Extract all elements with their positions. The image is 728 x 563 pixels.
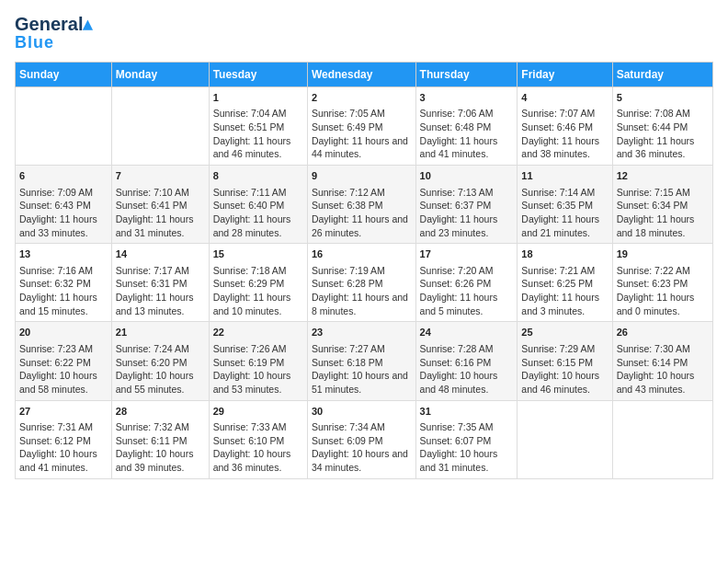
calendar-cell: 8Sunrise: 7:11 AM Sunset: 6:40 PM Daylig… bbox=[209, 166, 307, 244]
day-content: Sunrise: 7:09 AM Sunset: 6:43 PM Dayligh… bbox=[19, 186, 108, 240]
day-content: Sunrise: 7:24 AM Sunset: 6:20 PM Dayligh… bbox=[116, 342, 205, 396]
calendar-cell: 11Sunrise: 7:14 AM Sunset: 6:35 PM Dayli… bbox=[518, 166, 612, 244]
calendar-cell: 28Sunrise: 7:32 AM Sunset: 6:11 PM Dayli… bbox=[111, 400, 209, 478]
calendar-cell: 15Sunrise: 7:18 AM Sunset: 6:29 PM Dayli… bbox=[209, 244, 307, 322]
day-content: Sunrise: 7:20 AM Sunset: 6:26 PM Dayligh… bbox=[420, 264, 514, 318]
calendar-cell: 31Sunrise: 7:35 AM Sunset: 6:07 PM Dayli… bbox=[415, 400, 518, 478]
day-content: Sunrise: 7:08 AM Sunset: 6:44 PM Dayligh… bbox=[617, 107, 709, 161]
day-content: Sunrise: 7:35 AM Sunset: 6:07 PM Dayligh… bbox=[420, 420, 514, 475]
day-number: 27 bbox=[19, 405, 108, 419]
logo-blue: Blue bbox=[15, 33, 54, 52]
calendar-header-saturday: Saturday bbox=[612, 63, 712, 87]
day-content: Sunrise: 7:23 AM Sunset: 6:22 PM Dayligh… bbox=[19, 342, 108, 396]
day-number: 29 bbox=[213, 405, 303, 419]
logo: General▴ Blue bbox=[15, 15, 92, 52]
day-number: 16 bbox=[312, 247, 412, 261]
day-content: Sunrise: 7:12 AM Sunset: 6:38 PM Dayligh… bbox=[312, 186, 412, 240]
day-content: Sunrise: 7:26 AM Sunset: 6:19 PM Dayligh… bbox=[213, 342, 303, 396]
day-number: 1 bbox=[213, 91, 303, 105]
calendar-cell: 18Sunrise: 7:21 AM Sunset: 6:25 PM Dayli… bbox=[518, 244, 612, 322]
calendar-cell bbox=[16, 87, 112, 166]
calendar-cell: 14Sunrise: 7:17 AM Sunset: 6:31 PM Dayli… bbox=[111, 244, 209, 322]
calendar-week-row: 20Sunrise: 7:23 AM Sunset: 6:22 PM Dayli… bbox=[16, 322, 713, 400]
day-number: 15 bbox=[213, 247, 303, 261]
calendar-cell: 25Sunrise: 7:29 AM Sunset: 6:15 PM Dayli… bbox=[518, 322, 612, 400]
calendar-cell: 19Sunrise: 7:22 AM Sunset: 6:23 PM Dayli… bbox=[612, 244, 712, 322]
day-number: 28 bbox=[116, 405, 205, 419]
day-number: 13 bbox=[19, 247, 108, 261]
calendar-cell: 27Sunrise: 7:31 AM Sunset: 6:12 PM Dayli… bbox=[16, 400, 112, 478]
calendar-cell: 21Sunrise: 7:24 AM Sunset: 6:20 PM Dayli… bbox=[111, 322, 209, 400]
calendar-week-row: 27Sunrise: 7:31 AM Sunset: 6:12 PM Dayli… bbox=[16, 400, 713, 478]
day-number: 12 bbox=[617, 169, 709, 183]
calendar-header-friday: Friday bbox=[518, 63, 612, 87]
day-content: Sunrise: 7:15 AM Sunset: 6:34 PM Dayligh… bbox=[617, 186, 709, 240]
calendar-week-row: 1Sunrise: 7:04 AM Sunset: 6:51 PM Daylig… bbox=[16, 87, 713, 166]
day-number: 18 bbox=[521, 247, 608, 261]
day-content: Sunrise: 7:19 AM Sunset: 6:28 PM Dayligh… bbox=[312, 264, 412, 318]
calendar-cell: 9Sunrise: 7:12 AM Sunset: 6:38 PM Daylig… bbox=[307, 166, 415, 244]
calendar-cell: 4Sunrise: 7:07 AM Sunset: 6:46 PM Daylig… bbox=[518, 87, 612, 166]
calendar-cell bbox=[111, 87, 209, 166]
calendar-cell: 24Sunrise: 7:28 AM Sunset: 6:16 PM Dayli… bbox=[415, 322, 518, 400]
calendar-cell: 7Sunrise: 7:10 AM Sunset: 6:41 PM Daylig… bbox=[111, 166, 209, 244]
day-content: Sunrise: 7:05 AM Sunset: 6:49 PM Dayligh… bbox=[312, 107, 412, 161]
calendar-cell: 6Sunrise: 7:09 AM Sunset: 6:43 PM Daylig… bbox=[16, 166, 112, 244]
day-number: 14 bbox=[116, 247, 205, 261]
calendar-cell: 29Sunrise: 7:33 AM Sunset: 6:10 PM Dayli… bbox=[209, 400, 307, 478]
day-number: 24 bbox=[420, 326, 514, 339]
day-content: Sunrise: 7:13 AM Sunset: 6:37 PM Dayligh… bbox=[420, 186, 514, 240]
calendar-cell: 12Sunrise: 7:15 AM Sunset: 6:34 PM Dayli… bbox=[612, 166, 712, 244]
day-number: 9 bbox=[312, 169, 412, 183]
calendar-cell: 26Sunrise: 7:30 AM Sunset: 6:14 PM Dayli… bbox=[612, 322, 712, 400]
calendar-cell: 3Sunrise: 7:06 AM Sunset: 6:48 PM Daylig… bbox=[415, 87, 518, 166]
day-number: 6 bbox=[19, 169, 108, 183]
day-number: 22 bbox=[213, 326, 303, 339]
calendar-cell bbox=[518, 400, 612, 478]
day-number: 31 bbox=[420, 405, 514, 419]
day-content: Sunrise: 7:11 AM Sunset: 6:40 PM Dayligh… bbox=[213, 186, 303, 240]
calendar-header-tuesday: Tuesday bbox=[209, 63, 307, 87]
day-content: Sunrise: 7:16 AM Sunset: 6:32 PM Dayligh… bbox=[19, 264, 108, 318]
day-number: 10 bbox=[420, 169, 514, 183]
calendar-cell: 17Sunrise: 7:20 AM Sunset: 6:26 PM Dayli… bbox=[415, 244, 518, 322]
day-content: Sunrise: 7:32 AM Sunset: 6:11 PM Dayligh… bbox=[116, 420, 205, 475]
day-content: Sunrise: 7:17 AM Sunset: 6:31 PM Dayligh… bbox=[116, 264, 205, 318]
calendar-cell: 5Sunrise: 7:08 AM Sunset: 6:44 PM Daylig… bbox=[612, 87, 712, 166]
calendar-week-row: 6Sunrise: 7:09 AM Sunset: 6:43 PM Daylig… bbox=[16, 166, 713, 244]
calendar-header-wednesday: Wednesday bbox=[307, 63, 415, 87]
calendar-cell: 13Sunrise: 7:16 AM Sunset: 6:32 PM Dayli… bbox=[16, 244, 112, 322]
day-content: Sunrise: 7:21 AM Sunset: 6:25 PM Dayligh… bbox=[521, 264, 608, 318]
day-number: 26 bbox=[617, 326, 709, 339]
calendar-header-row: SundayMondayTuesdayWednesdayThursdayFrid… bbox=[16, 63, 713, 87]
calendar-cell: 10Sunrise: 7:13 AM Sunset: 6:37 PM Dayli… bbox=[415, 166, 518, 244]
day-number: 30 bbox=[312, 405, 412, 419]
day-number: 4 bbox=[521, 91, 608, 105]
day-number: 8 bbox=[213, 169, 303, 183]
day-number: 3 bbox=[420, 91, 514, 105]
day-number: 11 bbox=[521, 169, 608, 183]
calendar-cell bbox=[612, 400, 712, 478]
day-number: 5 bbox=[617, 91, 709, 105]
day-content: Sunrise: 7:30 AM Sunset: 6:14 PM Dayligh… bbox=[617, 342, 709, 396]
day-content: Sunrise: 7:28 AM Sunset: 6:16 PM Dayligh… bbox=[420, 342, 514, 396]
day-content: Sunrise: 7:04 AM Sunset: 6:51 PM Dayligh… bbox=[213, 107, 303, 161]
day-number: 23 bbox=[312, 326, 412, 339]
day-content: Sunrise: 7:10 AM Sunset: 6:41 PM Dayligh… bbox=[116, 186, 205, 240]
day-number: 21 bbox=[116, 326, 205, 339]
day-content: Sunrise: 7:31 AM Sunset: 6:12 PM Dayligh… bbox=[19, 420, 108, 475]
day-content: Sunrise: 7:22 AM Sunset: 6:23 PM Dayligh… bbox=[617, 264, 709, 318]
calendar-header-monday: Monday bbox=[111, 63, 209, 87]
day-content: Sunrise: 7:14 AM Sunset: 6:35 PM Dayligh… bbox=[521, 186, 608, 240]
day-content: Sunrise: 7:27 AM Sunset: 6:18 PM Dayligh… bbox=[312, 342, 412, 396]
day-number: 2 bbox=[312, 91, 412, 105]
day-content: Sunrise: 7:33 AM Sunset: 6:10 PM Dayligh… bbox=[213, 420, 303, 475]
calendar-cell: 20Sunrise: 7:23 AM Sunset: 6:22 PM Dayli… bbox=[16, 322, 112, 400]
day-number: 7 bbox=[116, 169, 205, 183]
calendar-table: SundayMondayTuesdayWednesdayThursdayFrid… bbox=[15, 62, 713, 479]
calendar-header-thursday: Thursday bbox=[415, 63, 518, 87]
day-content: Sunrise: 7:07 AM Sunset: 6:46 PM Dayligh… bbox=[521, 107, 608, 161]
calendar-cell: 30Sunrise: 7:34 AM Sunset: 6:09 PM Dayli… bbox=[307, 400, 415, 478]
calendar-cell: 1Sunrise: 7:04 AM Sunset: 6:51 PM Daylig… bbox=[209, 87, 307, 166]
day-number: 20 bbox=[19, 326, 108, 339]
